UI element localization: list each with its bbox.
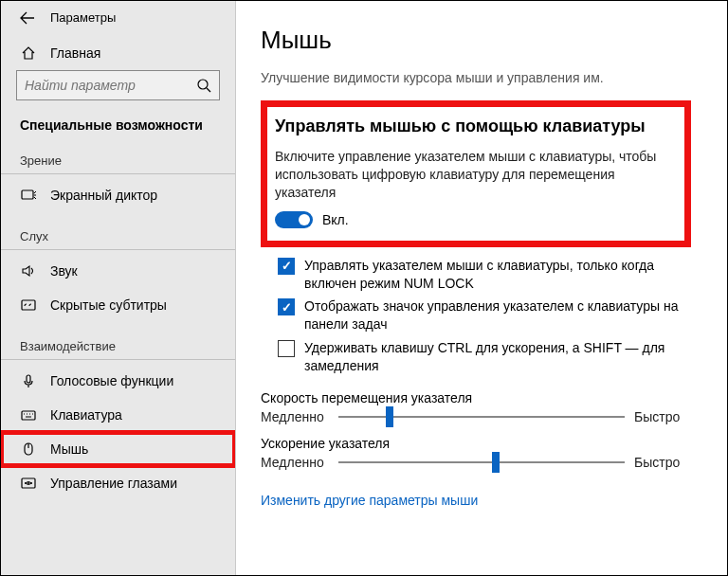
checkbox-taskbar[interactable]: Отображать значок управления указателем … — [278, 297, 691, 333]
sidebar-group-vision: Зрение — [1, 148, 235, 173]
svg-rect-2 — [22, 300, 35, 310]
main-content: Мышь Улучшение видимости курсора мыши и … — [236, 1, 727, 575]
sliders-group: Скорость перемещения указателя Медленно … — [261, 390, 691, 470]
sidebar-item-label: Звук — [50, 263, 78, 279]
checkbox-label: Отображать значок управления указателем … — [304, 297, 691, 333]
eye-icon — [20, 476, 37, 491]
checkbox-icon — [278, 340, 295, 357]
svg-point-7 — [27, 482, 29, 484]
search-icon — [196, 78, 211, 93]
mouse-icon — [20, 441, 37, 457]
divider — [1, 359, 235, 360]
slider-speed-label: Скорость перемещения указателя — [261, 390, 691, 405]
other-mouse-settings-link[interactable]: Изменить другие параметры мыши — [261, 493, 478, 508]
sidebar-item-mouse[interactable]: Мышь — [1, 432, 235, 466]
sidebar: Параметры Главная Специальные возможност… — [1, 1, 236, 575]
section-description: Включите управление указателем мыши с кл… — [275, 148, 671, 202]
svg-rect-4 — [22, 411, 35, 420]
slider-accel-label: Ускорение указателя — [261, 436, 691, 451]
microphone-icon — [20, 373, 37, 388]
checkbox-icon — [278, 258, 295, 275]
window-title: Параметры — [50, 10, 116, 25]
page-title: Мышь — [261, 26, 691, 55]
keyboard-icon — [20, 407, 37, 423]
sidebar-item-label: Управление глазами — [50, 476, 177, 491]
slider-max-label: Быстро — [634, 409, 691, 424]
sound-icon — [20, 263, 37, 279]
captions-icon — [20, 297, 37, 313]
mouse-keys-toggle[interactable]: Вкл. — [275, 211, 349, 228]
sidebar-group-interaction: Взаимодействие — [1, 333, 235, 359]
sidebar-heading: Специальные возможности — [1, 117, 235, 148]
checkbox-ctrl-shift[interactable]: Удерживать клавишу CTRL для ускорения, а… — [278, 339, 691, 375]
sidebar-item-label: Главная — [50, 45, 100, 61]
sidebar-item-label: Мышь — [50, 441, 88, 457]
checkbox-icon — [278, 298, 295, 315]
sidebar-item-speech[interactable]: Голосовые функции — [1, 364, 235, 398]
page-subtitle: Улучшение видимости курсора мыши и управ… — [261, 70, 691, 85]
sidebar-item-label: Экранный диктор — [50, 188, 157, 203]
slider-speed[interactable] — [338, 416, 625, 418]
home-icon — [20, 45, 37, 61]
back-icon[interactable] — [20, 11, 35, 25]
sidebar-item-label: Голосовые функции — [50, 373, 173, 388]
slider-min-label: Медленно — [261, 409, 329, 424]
sidebar-item-sound[interactable]: Звук — [1, 254, 235, 288]
sidebar-item-narrator[interactable]: Экранный диктор — [1, 178, 235, 212]
svg-rect-1 — [22, 190, 33, 199]
sidebar-item-keyboard[interactable]: Клавиатура — [1, 398, 235, 432]
sidebar-group-hearing: Слух — [1, 224, 235, 249]
svg-rect-3 — [27, 375, 30, 383]
slider-accel[interactable] — [338, 461, 625, 463]
checkbox-group: Управлять указателем мыши с клавиатуры, … — [278, 257, 691, 375]
narrator-icon — [20, 188, 37, 203]
svg-point-0 — [198, 80, 208, 89]
checkbox-label: Управлять указателем мыши с клавиатуры, … — [304, 257, 691, 293]
sidebar-item-label: Скрытые субтитры — [50, 297, 167, 313]
search-input[interactable] — [16, 70, 220, 100]
checkbox-label: Удерживать клавишу CTRL для ускорения, а… — [304, 339, 691, 375]
sidebar-item-label: Клавиатура — [50, 407, 122, 423]
window-header: Параметры — [1, 7, 235, 36]
sidebar-item-eye[interactable]: Управление глазами — [1, 466, 235, 500]
toggle-label: Вкл. — [322, 212, 349, 227]
checkbox-numlock[interactable]: Управлять указателем мыши с клавиатуры, … — [278, 257, 691, 293]
search-field[interactable] — [25, 78, 196, 93]
divider — [1, 249, 235, 250]
sidebar-item-captions[interactable]: Скрытые субтитры — [1, 288, 235, 322]
section-heading: Управлять мышью с помощью клавиатуры — [275, 117, 671, 136]
sidebar-item-home[interactable]: Главная — [1, 36, 235, 70]
slider-min-label: Медленно — [261, 455, 329, 470]
mouse-keys-section: Управлять мышью с помощью клавиатуры Вкл… — [261, 100, 691, 247]
slider-max-label: Быстро — [634, 455, 691, 470]
divider — [1, 173, 235, 174]
toggle-track — [275, 211, 313, 228]
